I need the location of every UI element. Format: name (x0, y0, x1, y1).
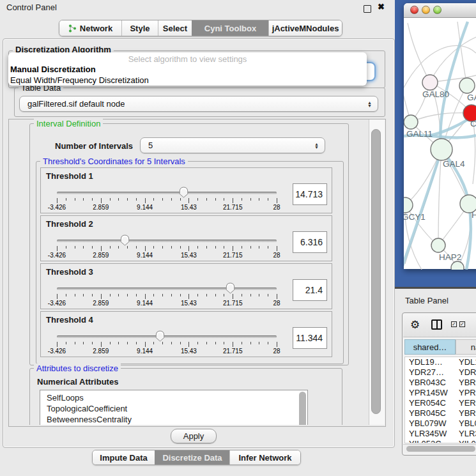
minor-tick (153, 342, 154, 344)
table-row[interactable]: YPR145WYPR1 (405, 388, 476, 398)
column-header-name[interactable]: name (456, 339, 476, 355)
cell-shared-name: YBL079W (405, 418, 456, 429)
table-row[interactable]: YER054CYER0 (405, 398, 476, 408)
minor-tick (268, 246, 268, 249)
minor-tick (136, 246, 137, 249)
tab-style[interactable]: Style (121, 20, 158, 36)
float-window-icon[interactable] (364, 5, 371, 13)
slider-track[interactable] (57, 288, 277, 290)
tab-label: jActiveMNodules (272, 24, 339, 33)
table-row[interactable]: YBL079WYBL0 (405, 418, 476, 429)
minor-tick (162, 246, 163, 249)
slider-track[interactable] (57, 240, 277, 242)
attribute-list-item[interactable]: SelfLoops (40, 392, 307, 403)
minor-tick (171, 342, 172, 344)
threshold-value-field[interactable]: 21.4 (293, 279, 327, 301)
tab-discretize-data[interactable]: Discretize Data (155, 450, 229, 464)
close-traffic-light-icon[interactable] (410, 6, 418, 14)
table-row[interactable]: YBR045CYBR0 (405, 408, 476, 418)
dropdown-option-equal-width[interactable]: Equal Width/Frequency Discretization (8, 75, 367, 86)
table-row[interactable]: YBR043CYBR0 (405, 378, 476, 388)
threshold-panel-1: Threshold 1-3.4262.8599.14415.4321.71528… (40, 167, 332, 213)
slider-thumb[interactable] (226, 282, 235, 294)
minor-tick (180, 246, 181, 249)
threshold-value-field[interactable]: 6.316 (293, 231, 327, 253)
major-tick (277, 342, 277, 347)
tab-label: Discretize Data (162, 453, 222, 463)
network-window-titlebar[interactable] (404, 3, 476, 18)
bottom-tab-bar: Impute DataDiscretize DataInfer Network (92, 450, 301, 465)
vertical-scrollbar-thumb[interactable] (371, 129, 381, 414)
slider-thumb[interactable] (120, 234, 130, 246)
tab-network[interactable]: Network (59, 20, 121, 36)
network-node-hap2[interactable] (431, 238, 445, 252)
tick-label: 15.43 (181, 204, 197, 211)
select-none-checkbox-icon[interactable]: ✓ (459, 321, 465, 327)
network-node[interactable] (451, 261, 464, 270)
minor-tick (127, 198, 128, 201)
dropdown-option-manual-discretization[interactable]: Manual Discretization (8, 64, 367, 75)
list-scrollbar-thumb[interactable] (299, 392, 306, 425)
attribute-list-item[interactable]: TopologicalCoefficient (40, 403, 307, 414)
minor-tick (259, 198, 259, 201)
table-data-combobox[interactable]: galFiltered.sif default node ▲▼ (19, 96, 378, 112)
network-edge[interactable] (430, 37, 476, 82)
tick-label: 9.144 (137, 252, 153, 259)
tab-label: Cyni Toolbox (204, 24, 256, 33)
minor-tick (92, 198, 93, 201)
network-edge[interactable] (408, 23, 430, 82)
slider-track[interactable] (57, 192, 277, 194)
tick-label: 2.859 (93, 300, 109, 307)
network-node-gal11[interactable] (404, 115, 418, 129)
num-intervals-spinner[interactable]: 5 ▲▼ (140, 137, 325, 153)
network-edge[interactable] (438, 150, 441, 245)
table-row[interactable]: YDR27…YDR2 (405, 367, 476, 378)
network-node-gal80[interactable] (422, 75, 438, 90)
minor-tick (66, 294, 66, 296)
panel-title: Control Panel (6, 3, 57, 12)
tab-cyni-toolbox[interactable]: Cyni Toolbox (192, 20, 268, 36)
minor-tick (127, 342, 128, 344)
minor-tick (259, 294, 259, 296)
apply-button[interactable]: Apply (171, 429, 217, 443)
close-icon[interactable]: ✖ (378, 2, 385, 12)
network-canvas[interactable]: GAL80GACGAL11GAL4GCY1HHAP2 (404, 18, 476, 270)
minor-tick (118, 294, 119, 296)
zoom-traffic-light-icon[interactable] (433, 6, 441, 14)
slider-thumb[interactable] (155, 330, 165, 342)
tick-label: 21.715 (223, 300, 243, 307)
table-row[interactable]: YDL19…YDL1 (405, 357, 476, 367)
table-row[interactable]: YLR345WYLR3 (405, 429, 476, 439)
horizontal-scrollbar-thumb[interactable] (406, 446, 475, 452)
select-all-checkbox-icon[interactable]: ✓ (451, 321, 457, 327)
column-view-icon[interactable] (431, 319, 442, 330)
tick-label: 28 (273, 300, 280, 307)
minor-tick (215, 246, 216, 249)
tick-label: 9.144 (137, 348, 153, 355)
tab-infer-network[interactable]: Infer Network (229, 450, 300, 464)
slider-track[interactable] (57, 335, 277, 338)
tab-select[interactable]: Select (158, 20, 192, 36)
network-node-gal4[interactable] (431, 139, 452, 160)
minimize-traffic-light-icon[interactable] (422, 6, 430, 14)
threshold-value-field[interactable]: 14.713 (293, 183, 327, 205)
gear-icon[interactable]: ⚙ (410, 318, 420, 332)
tab-impute-data[interactable]: Impute Data (93, 450, 155, 464)
table-row[interactable]: YIL052CYIL0 (405, 439, 476, 443)
column-header-shared-name[interactable]: shared… (404, 339, 456, 355)
num-intervals-value: 5 (141, 141, 153, 150)
tab-jactivemnodules[interactable]: jActiveMNodules (268, 20, 342, 36)
minor-tick (242, 198, 242, 201)
cell-name: YLR3 (456, 429, 476, 439)
attribute-list-item[interactable]: BetweennessCentrality (40, 414, 307, 425)
tick-label: 2.859 (93, 204, 109, 211)
network-node-ga[interactable] (459, 78, 475, 93)
minor-tick (92, 246, 93, 249)
threshold-value-field[interactable]: 11.344 (293, 327, 327, 349)
slider-thumb[interactable] (179, 187, 188, 198)
tab-label: Impute Data (100, 453, 147, 463)
dropdown-placeholder-item[interactable]: Select algorithm to view settings (8, 52, 367, 64)
horizontal-scrollbar-track[interactable] (403, 444, 476, 453)
algorithm-dropdown-popup: Select algorithm to view settings Manual… (8, 52, 367, 86)
num-intervals-label: Number of Intervals (55, 141, 133, 151)
